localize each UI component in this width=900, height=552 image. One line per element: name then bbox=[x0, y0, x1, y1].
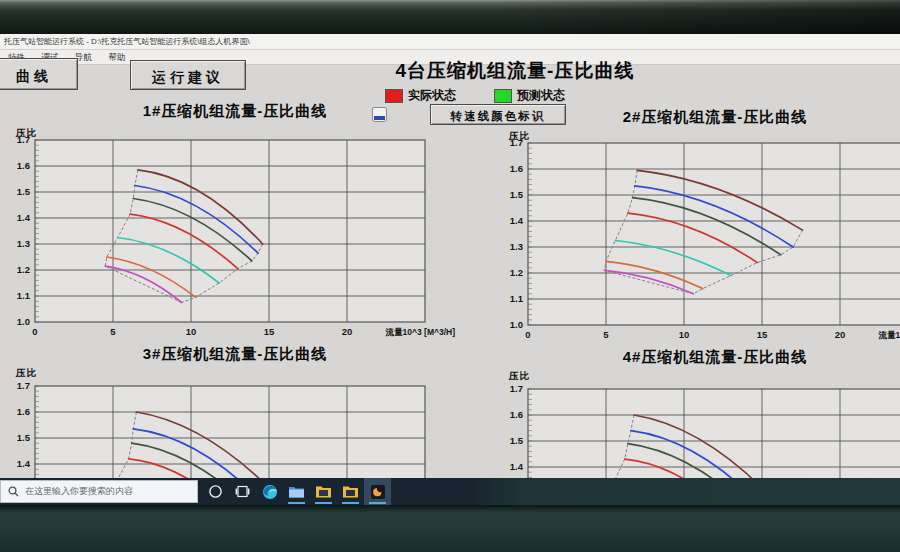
x-tick-label: 20 bbox=[342, 326, 353, 337]
y-tick-label: 1.5 bbox=[17, 186, 31, 197]
x-tick-label: 5 bbox=[110, 326, 116, 337]
photo-top-band bbox=[0, 0, 900, 34]
chart2-title: 2#压缩机组流量-压比曲线 bbox=[535, 108, 895, 127]
y-tick-label: 1.6 bbox=[510, 409, 523, 420]
x-axis-label: 流量10^3 [M^3/H] bbox=[878, 330, 900, 340]
x-tick-label: 10 bbox=[186, 326, 197, 337]
media-app-icon[interactable] bbox=[364, 478, 391, 505]
edge-icon[interactable] bbox=[256, 478, 283, 505]
search-placeholder: 在这里输入你要搜索的内容 bbox=[25, 485, 133, 498]
y-tick-label: 1.6 bbox=[17, 160, 30, 171]
folder-app-icon-2[interactable] bbox=[337, 478, 364, 505]
x-tick-label: 0 bbox=[32, 326, 37, 337]
x-tick-label: 0 bbox=[525, 329, 530, 340]
curve-button[interactable]: 曲线 bbox=[0, 58, 78, 90]
open-app-indicator bbox=[369, 502, 386, 504]
photo-bottom-band bbox=[0, 505, 900, 552]
y-tick-label: 1.5 bbox=[510, 435, 524, 446]
chart1-title: 1#压缩机组流量-压比曲线 bbox=[55, 102, 415, 121]
y-tick-label: 1.7 bbox=[510, 137, 523, 148]
taskbar-search-input[interactable]: 在这里输入你要搜索的内容 bbox=[0, 480, 198, 503]
x-axis-label: 流量10^3 [M^3/H] bbox=[385, 327, 456, 337]
chart-svg: 1.01.11.21.31.41.51.61.705101520流量10^3 [… bbox=[0, 132, 475, 346]
file-explorer-icon[interactable] bbox=[283, 478, 310, 505]
monitor-screen: 托压气站智能运行系统 - D:\托克托压气站智能运行系统\组态人机界面\ 特殊 … bbox=[0, 34, 900, 505]
status-legend: 实际状态 预测状态 bbox=[385, 87, 645, 104]
legend-predicted: 预测状态 bbox=[494, 87, 565, 104]
run-advice-button[interactable]: 运行建议 bbox=[130, 60, 246, 90]
search-icon bbox=[8, 486, 19, 497]
legend-predicted-label: 预测状态 bbox=[517, 87, 565, 104]
y-tick-label: 1.3 bbox=[17, 238, 30, 249]
taskbar-icons bbox=[202, 478, 391, 505]
y-tick-label: 1.5 bbox=[510, 189, 524, 200]
plot-area bbox=[35, 140, 425, 322]
y-tick-label: 1.1 bbox=[510, 293, 524, 304]
x-tick-label: 20 bbox=[835, 329, 846, 340]
y-tick-label: 1.4 bbox=[510, 215, 524, 226]
y-tick-label: 1.6 bbox=[17, 406, 30, 417]
window-titlebar: 托压气站智能运行系统 - D:\托克托压气站智能运行系统\组态人机界面\ bbox=[0, 34, 900, 50]
y-tick-label: 1.5 bbox=[17, 432, 31, 443]
task-view-icon[interactable] bbox=[229, 478, 256, 505]
y-tick-label: 1.7 bbox=[17, 380, 30, 391]
open-app-indicator bbox=[342, 502, 359, 504]
x-tick-label: 5 bbox=[603, 329, 609, 340]
windows-taskbar: 在这里输入你要搜索的内容 bbox=[0, 478, 900, 505]
y-tick-label: 1.2 bbox=[510, 267, 523, 278]
chart-panel-1: 1.01.11.21.31.41.51.61.705101520流量10^3 [… bbox=[0, 132, 475, 350]
chart-svg: 1.01.11.21.31.41.51.61.705101520流量10^3 [… bbox=[493, 135, 900, 349]
legend-actual-label: 实际状态 bbox=[408, 87, 456, 104]
x-tick-label: 10 bbox=[679, 329, 690, 340]
y-tick-label: 1.1 bbox=[17, 290, 31, 301]
folder-app-icon-1[interactable] bbox=[310, 478, 337, 505]
y-tick-label: 1.0 bbox=[510, 319, 523, 330]
page-title: 4台压缩机组流量-压比曲线 bbox=[340, 58, 690, 84]
y-tick-label: 1.0 bbox=[17, 316, 30, 327]
y-tick-label: 1.4 bbox=[510, 461, 524, 472]
actual-status-swatch bbox=[385, 89, 403, 103]
predicted-status-swatch bbox=[494, 89, 512, 103]
y-tick-label: 1.2 bbox=[17, 264, 30, 275]
y-tick-label: 1.4 bbox=[17, 212, 31, 223]
x-tick-label: 15 bbox=[757, 329, 768, 340]
plot-area bbox=[528, 143, 900, 325]
menu-item-help[interactable]: 帮助 bbox=[108, 52, 125, 62]
chart-panel-2: 1.01.11.21.31.41.51.61.705101520流量10^3 [… bbox=[493, 135, 900, 353]
open-app-indicator bbox=[315, 502, 332, 504]
x-tick-label: 15 bbox=[264, 326, 275, 337]
cortana-icon[interactable] bbox=[202, 478, 229, 505]
window-title: 托压气站智能运行系统 - D:\托克托压气站智能运行系统\组态人机界面\ bbox=[4, 37, 250, 46]
y-tick-label: 1.4 bbox=[17, 458, 31, 469]
y-tick-label: 1.7 bbox=[510, 383, 523, 394]
y-tick-label: 1.3 bbox=[510, 241, 523, 252]
y-tick-label: 1.6 bbox=[510, 163, 523, 174]
y-tick-label: 1.7 bbox=[17, 134, 30, 145]
open-app-indicator bbox=[288, 502, 305, 504]
